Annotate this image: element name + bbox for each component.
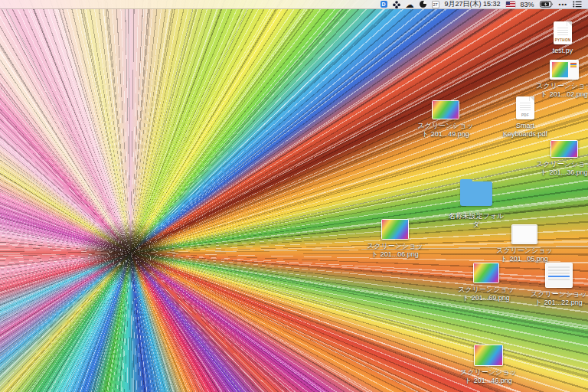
desktop-icon-label: Smart Keyboards.pdf xyxy=(490,122,560,139)
desktop-icon-screenshot-06[interactable]: スクリーンショッ ト 201...06.png xyxy=(369,219,421,259)
pdf-file-icon: PDF xyxy=(516,96,534,119)
overflow-icon: ••• xyxy=(559,1,567,8)
battery-charging-icon xyxy=(540,1,554,8)
desktop-icon-screenshot-69[interactable]: スクリーンショッ ト 201...69.png xyxy=(459,263,513,302)
desktop-icon-label: test.py xyxy=(528,47,588,55)
desktop-icon-label: スクリーンショッ ト 201...22.png xyxy=(524,290,588,307)
desktop-icon-smart-keyboards-pdf[interactable]: PDF Smart Keyboards.pdf xyxy=(498,96,553,139)
status-item-overflow[interactable]: ••• xyxy=(559,0,567,9)
status-item-calendar[interactable]: 27 xyxy=(432,0,439,9)
battery-percent-label: 83% xyxy=(521,0,534,9)
screenshot-thumbnail xyxy=(511,224,537,244)
calendar-icon: 27 xyxy=(432,1,439,8)
status-item-input-source[interactable] xyxy=(506,0,515,9)
screenshot-thumbnail xyxy=(550,60,579,80)
desktop-icon-screenshot-02[interactable]: スクリーンショッ ト 201...02.png xyxy=(539,60,588,99)
desktop-icon-label: スクリーンショッ ト 201...36.png xyxy=(529,160,588,177)
status-item-list-menu[interactable] xyxy=(573,0,582,9)
folder-icon xyxy=(460,181,492,206)
desktop-icon-label: スクリーンショッ ト 201...06.png xyxy=(360,242,430,259)
thumbnail-image-patch xyxy=(552,62,568,77)
desktop-icon-screenshot-22[interactable]: スクリーンショッ ト 201...22.png xyxy=(532,263,586,307)
cluster-icon xyxy=(393,1,400,8)
desktop-icon-label: スクリーンショッ ト 201...05.png xyxy=(489,247,560,263)
dialog-row xyxy=(548,270,570,272)
desktop-icon-screenshot-05[interactable]: スクリーンショッ ト 201...05.png xyxy=(498,224,551,263)
desktop-icon-untitled-folder[interactable]: 名称未設定フォル ダ xyxy=(449,179,504,229)
cloud-icon: ☁ xyxy=(406,0,414,9)
screenshot-thumbnail xyxy=(473,263,499,283)
menu-bar: D ☁ 27 9月27日(木) 15:32 83% xyxy=(0,0,588,9)
d-app-icon: D xyxy=(381,1,387,8)
pdf-badge: PDF xyxy=(521,113,529,117)
dialog-row xyxy=(548,266,570,269)
screenshot-thumbnail xyxy=(381,219,409,240)
screenshot-thumbnail xyxy=(474,345,503,366)
screenshot-thumbnail xyxy=(432,100,459,119)
list-icon xyxy=(573,1,582,8)
us-flag-icon xyxy=(506,2,515,8)
desktop-icon-area: PYTHON test.py スクリーンショッ ト 201...02.png ス… xyxy=(0,9,588,392)
moon-icon xyxy=(420,1,426,8)
dialog-selected-row xyxy=(548,276,570,278)
document-lines xyxy=(557,28,568,36)
status-item-datetime[interactable]: 9月27日(木) 15:32 xyxy=(445,0,501,9)
thumbnail-color-bars xyxy=(570,63,577,67)
dialog-row xyxy=(548,279,570,281)
desktop-icon-screenshot-46[interactable]: スクリーンショッ ト 201...46.png xyxy=(461,345,516,385)
screenshot-thumbnail xyxy=(550,140,578,158)
status-item-cloud[interactable]: ☁ xyxy=(406,0,414,9)
desktop-screen: D ☁ 27 9月27日(木) 15:32 83% xyxy=(0,0,588,392)
status-item-cluster-app[interactable] xyxy=(393,0,400,9)
screenshot-thumbnail xyxy=(545,263,573,288)
desktop-icon-test-py[interactable]: PYTHON test.py xyxy=(537,21,588,55)
status-item-d-app[interactable]: D xyxy=(381,0,387,9)
desktop-icon-label: スクリーンショッ ト 201...49.png xyxy=(410,122,481,139)
status-item-moon[interactable] xyxy=(420,0,426,9)
status-item-battery[interactable] xyxy=(540,0,554,9)
desktop-icon-label: スクリーンショッ ト 201...46.png xyxy=(453,368,524,385)
desktop-icon-screenshot-36[interactable]: スクリーンショッ ト 201...36.png xyxy=(541,140,588,177)
desktop-icon-screenshot-49[interactable]: スクリーンショッ ト 201...49.png xyxy=(420,100,472,139)
desktop-icon-label: スクリーンショッ ト 201...69.png xyxy=(451,286,521,302)
dialog-row xyxy=(548,273,570,275)
python-file-icon: PYTHON xyxy=(554,21,572,44)
document-lines xyxy=(520,103,531,111)
python-badge: PYTHON xyxy=(555,38,571,42)
